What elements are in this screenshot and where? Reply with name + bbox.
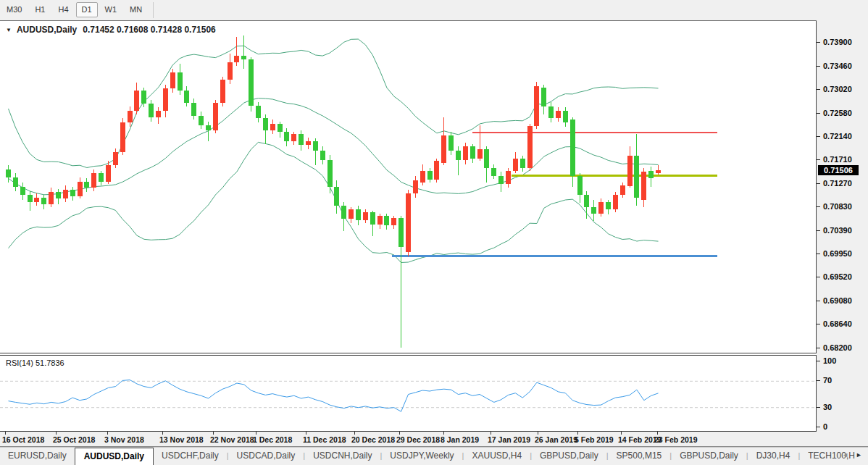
- date-label: 17 Jan 2019: [488, 435, 530, 444]
- price-label: 0.73020: [823, 85, 852, 93]
- rsi-line: [9, 380, 659, 412]
- date-label: 3 Nov 2018: [104, 435, 144, 444]
- date-tick: [56, 432, 57, 435]
- date-tick: [256, 432, 256, 435]
- rsi-tick: [817, 427, 820, 427]
- date-tick: [399, 432, 400, 435]
- price-tick: [817, 136, 820, 137]
- bollinger-lower-band: [9, 142, 659, 262]
- chart-tab-usdcnh-daily[interactable]: USDCNH,Daily: [305, 448, 380, 464]
- chart-tab-dj30-h4[interactable]: DJ30,H4: [748, 448, 798, 464]
- timeframe-button-h1[interactable]: H1: [29, 2, 51, 17]
- rsi-tick: [817, 407, 820, 408]
- price-label: 0.68200: [823, 343, 852, 352]
- price-tick: [817, 230, 820, 231]
- rsi-indicator-panel[interactable]: RSI(14) 51.7836: [0, 355, 817, 432]
- timeframe-toolbar: M30H1H4D1W1MN: [0, 0, 868, 20]
- timeframe-button-d1[interactable]: D1: [76, 2, 98, 17]
- price-label: 0.72580: [823, 109, 852, 117]
- date-tick: [107, 432, 108, 435]
- date-tick: [213, 432, 214, 435]
- price-tick: [817, 277, 820, 277]
- price-tick: [817, 206, 820, 207]
- timeframe-button-w1[interactable]: W1: [99, 2, 123, 17]
- mt4-terminal: { "toolbar": {"timeframes": ["M30","H1",…: [0, 0, 868, 465]
- price-label: 0.70390: [823, 226, 852, 235]
- price-tick: [817, 183, 820, 184]
- chart-tab-usdchf-daily[interactable]: USDCHF,Daily: [154, 448, 227, 464]
- time-axis[interactable]: 16 Oct 201825 Oct 20183 Nov 201813 Nov 2…: [0, 432, 817, 446]
- price-tick: [817, 301, 820, 301]
- price-label: 0.73900: [823, 38, 852, 46]
- rsi-tick: [817, 380, 820, 381]
- date-label: 20 Dec 2018: [351, 435, 395, 444]
- scroll-tabs-left-icon[interactable]: ◄: [838, 450, 852, 460]
- date-tick: [577, 432, 578, 435]
- date-label: 1 Dec 2018: [253, 435, 292, 444]
- price-tick: [817, 324, 820, 324]
- chart-tab-gbpusd-daily[interactable]: GBPUSD,Daily: [532, 448, 606, 464]
- date-label: 23 Feb 2019: [654, 435, 698, 444]
- date-label: 8 Jan 2019: [441, 435, 479, 444]
- price-label: 0.71710: [823, 155, 852, 164]
- chart-dropdown-icon[interactable]: ▼: [6, 27, 12, 33]
- date-label: 25 Oct 2018: [53, 435, 95, 444]
- chart-symbol-label: AUDUSD,Daily: [17, 25, 77, 35]
- price-label: 0.72140: [823, 132, 852, 141]
- chart-tab-eurusd-daily[interactable]: EURUSD,Daily: [0, 448, 75, 464]
- date-label: 26 Jan 2019: [535, 435, 577, 444]
- chart-tab-bar: EURUSD,DailyAUDUSD,DailyUSDCHF,Daily|USD…: [0, 447, 868, 465]
- chart-tab-audusd-daily[interactable]: AUDUSD,Daily: [75, 448, 154, 465]
- timeframe-button-mn[interactable]: MN: [124, 2, 148, 17]
- chart-tab-usdcad-daily[interactable]: USDCAD,Daily: [229, 448, 304, 464]
- price-label: 0.73460: [823, 62, 852, 70]
- price-label: 0.71270: [823, 179, 852, 188]
- tab-scroll-buttons: ◄►: [838, 451, 866, 458]
- timeframe-button-h4[interactable]: H4: [52, 2, 74, 17]
- price-label: 0.69950: [823, 249, 852, 258]
- chart-ohlc-values: 0.71452 0.71608 0.71428 0.71506: [83, 25, 216, 35]
- candlestick-series: [6, 35, 661, 348]
- rsi-axis-label: 70: [823, 376, 832, 385]
- price-label: 0.70830: [823, 202, 852, 211]
- date-label: 16 Oct 2018: [2, 435, 44, 444]
- candlestick-chart[interactable]: [0, 22, 816, 353]
- toolbar-separator: [153, 2, 154, 18]
- rsi-tick: [817, 361, 820, 361]
- price-label: 0.69080: [823, 296, 852, 305]
- chart-tabs: EURUSD,DailyAUDUSD,DailyUSDCHF,Daily|USD…: [0, 448, 863, 460]
- date-tick: [354, 432, 355, 435]
- date-label: 29 Dec 2018: [396, 435, 440, 444]
- scroll-tabs-right-icon[interactable]: ►: [852, 450, 866, 460]
- date-label: 13 Nov 2018: [159, 435, 204, 444]
- timeframe-button-m30[interactable]: M30: [1, 2, 28, 17]
- price-tick: [817, 159, 820, 160]
- price-tick: [817, 89, 820, 90]
- chart-title: ▼AUDUSD,Daily0.71452 0.71608 0.71428 0.7…: [6, 25, 216, 35]
- date-label: 11 Dec 2018: [303, 435, 346, 444]
- price-label: 0.68640: [823, 319, 852, 328]
- chart-tab-sp500-m15[interactable]: SP500,M15: [609, 448, 670, 464]
- chart-tab-gbpusd-daily[interactable]: GBPUSD,Daily: [672, 448, 746, 464]
- price-tick: [817, 254, 820, 254]
- rsi-chart[interactable]: [0, 356, 816, 432]
- date-tick: [443, 432, 444, 435]
- date-label: 22 Nov 2018: [210, 435, 254, 444]
- price-tick: [817, 348, 820, 348]
- date-tick: [306, 432, 306, 435]
- current-price-badge: 0.71506: [818, 165, 859, 175]
- price-axis[interactable]: 0.739000.734600.730200.725800.721400.717…: [817, 0, 868, 446]
- date-tick: [491, 432, 491, 435]
- chart-tab-usdjpy-weekly[interactable]: USDJPY,Weekly: [382, 448, 462, 464]
- rsi-axis-label: 100: [823, 356, 836, 365]
- chart-tab-xauusd-h4[interactable]: XAUUSD,H4: [464, 448, 530, 464]
- price-chart-panel[interactable]: ▼AUDUSD,Daily0.71452 0.71608 0.71428 0.7…: [0, 21, 817, 353]
- date-tick: [657, 432, 658, 435]
- date-tick: [162, 432, 163, 435]
- date-tick: [538, 432, 538, 435]
- price-tick: [817, 42, 820, 43]
- price-label: 0.69520: [823, 272, 852, 281]
- price-tick: [817, 113, 820, 114]
- date-tick: [621, 432, 622, 435]
- rsi-indicator-label: RSI(14) 51.7836: [6, 359, 64, 367]
